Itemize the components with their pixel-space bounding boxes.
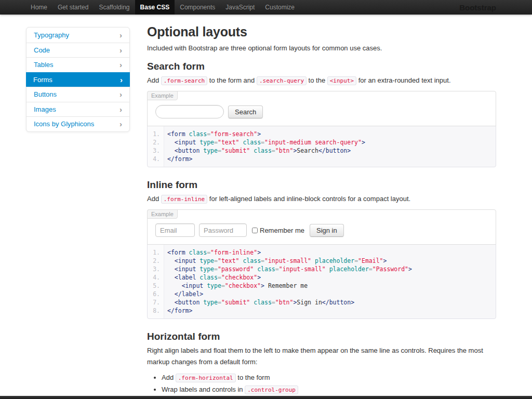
chevron-right-icon: › [119, 31, 122, 39]
line-number: 7. [148, 298, 160, 307]
sidebar-item-label: Forms [33, 76, 52, 84]
inline-form-code-block: 1.<form class="form-inline">2. <input ty… [147, 244, 496, 319]
chevron-right-icon: › [119, 46, 122, 54]
sidebar-item-code[interactable]: Code › [26, 43, 129, 58]
line-number: 1. [148, 248, 160, 257]
section-title-horizontal-form: Horizontal form [147, 330, 496, 343]
line-number: 1. [148, 130, 160, 138]
sign-in-button[interactable]: Sign in [310, 224, 344, 237]
search-button[interactable]: Search [228, 105, 263, 118]
search-form-example: Example Search [147, 91, 496, 126]
line-number: 3. [148, 147, 160, 155]
sidebar-item-typography[interactable]: Typography › [26, 28, 129, 43]
line-number: 5. [148, 282, 160, 290]
navbar-items: Home Get started Scaffolding Base CSS Co… [25, 0, 300, 15]
remember-me-checkbox[interactable] [252, 228, 258, 233]
search-form-description: Add .form-search to the form and .search… [147, 75, 496, 87]
sidebar-nav: Typography › Code › Tables › Forms › But… [26, 27, 130, 132]
horizontal-form-description: Right align labels and float them to the… [147, 345, 496, 368]
bullet-item: Add .form-horizontal to the form [162, 372, 496, 383]
sidebar-item-label: Buttons [34, 90, 57, 98]
sidebar-item-icons-by-glyphicons[interactable]: Icons by Glyphicons › [26, 116, 129, 131]
code-line: 2. <input type="text" class="input-mediu… [148, 138, 496, 147]
code-line: 4.</form> [148, 155, 496, 163]
nav-item-get-started[interactable]: Get started [52, 0, 94, 15]
inline-form-row: Remember me Sign in [155, 223, 488, 237]
line-number: 3. [148, 265, 160, 273]
inline-code: <input> [327, 76, 356, 85]
sidebar-item-label: Images [34, 105, 56, 113]
inline-code: .form-search [161, 76, 207, 85]
sidebar-item-label: Tables [34, 61, 54, 69]
chevron-right-icon: › [119, 90, 122, 98]
sidebar-item-buttons[interactable]: Buttons › [26, 87, 129, 102]
nav-item-base-css[interactable]: Base CSS [135, 0, 175, 15]
inline-code: .form-horizontal [176, 374, 236, 382]
page-intro: Included with Bootstrap are three option… [147, 44, 496, 53]
chevron-right-icon: › [120, 76, 123, 84]
section-title-search-form: Search form [147, 60, 496, 73]
code-line: 3. <input type="password" class="input-s… [148, 265, 496, 273]
code-line: 8.</form> [148, 307, 496, 315]
horizontal-form-bullet-list: Add .form-horizontal to the form Wrap la… [147, 372, 496, 399]
sidebar-item-label: Code [34, 46, 50, 54]
sidebar-item-tables[interactable]: Tables › [26, 57, 129, 72]
line-number: 2. [148, 138, 160, 147]
code-line: 5. <input type="checkbox"> Remember me [148, 282, 496, 290]
nav-item-components[interactable]: Components [175, 0, 220, 15]
top-navbar: Home Get started Scaffolding Base CSS Co… [0, 0, 532, 15]
code-line: 3. <button type="submit" class="btn">Sea… [148, 147, 496, 155]
code-line: 1.<form class="form-inline"> [148, 248, 496, 257]
remember-me-label: Remember me [260, 227, 304, 234]
brand-logo[interactable]: Bootstrap [459, 3, 496, 12]
chevron-right-icon: › [119, 120, 122, 128]
example-label: Example [147, 91, 178, 100]
inline-code: .search-query [257, 76, 307, 85]
main-content: Optional layouts Included with Bootstrap… [147, 24, 496, 399]
inline-code: .form-inline [161, 195, 207, 204]
code-line: 7. <button type="submit" class="btn">Sig… [148, 298, 496, 307]
search-query-input[interactable] [155, 105, 224, 118]
password-field[interactable] [199, 223, 247, 237]
line-number: 6. [148, 290, 160, 298]
search-form-row: Search [155, 105, 488, 118]
page-layout: Typography › Code › Tables › Forms › But… [0, 15, 532, 399]
code-line: 4. <label class="checkbox"> [148, 273, 496, 282]
inline-form-example: Example Remember me Sign in [147, 209, 496, 245]
line-number: 8. [148, 307, 160, 315]
line-number: 4. [148, 273, 160, 282]
example-label: Example [147, 209, 178, 219]
line-number: 4. [148, 155, 160, 163]
sidebar-item-images[interactable]: Images › [26, 102, 129, 117]
line-number: 2. [148, 257, 160, 265]
nav-item-javascript[interactable]: JavaScript [220, 0, 260, 15]
nav-item-home[interactable]: Home [25, 0, 52, 15]
chevron-right-icon: › [119, 61, 122, 69]
code-line: 1.<form class="form-search"> [148, 130, 496, 138]
sidebar-item-forms[interactable]: Forms › [26, 72, 130, 87]
page-title: Optional layouts [147, 24, 496, 39]
bullet-item: Wrap labels and controls in .control-gro… [162, 384, 496, 395]
slide-bottom-bar [0, 396, 532, 399]
sidebar-item-label: Icons by Glyphicons [34, 120, 94, 128]
code-line: 2. <input type="text" class="input-small… [148, 257, 496, 265]
email-field[interactable] [155, 223, 195, 237]
code-line: 6. </label> [148, 290, 496, 298]
nav-item-customize[interactable]: Customize [260, 0, 300, 15]
nav-item-scaffolding[interactable]: Scaffolding [94, 0, 135, 15]
chevron-right-icon: › [119, 105, 122, 113]
inline-code: .control-group [245, 385, 298, 394]
sidebar-item-label: Typography [34, 31, 69, 39]
section-title-inline-form: Inline form [147, 179, 496, 191]
search-form-code-block: 1.<form class="form-search">2. <input ty… [147, 126, 496, 167]
inline-form-description: Add .form-inline for left-aligned labels… [147, 193, 496, 205]
